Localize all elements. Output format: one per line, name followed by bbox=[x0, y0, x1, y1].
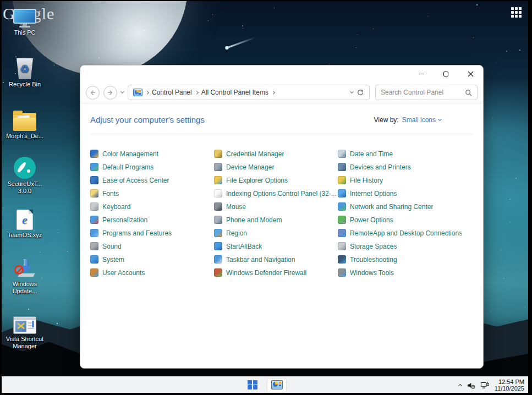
control-panel-item[interactable]: Phone and Modem bbox=[214, 216, 338, 224]
page-title: Adjust your computer's settings bbox=[90, 115, 205, 124]
history-dropdown-icon[interactable] bbox=[120, 90, 124, 94]
control-panel-item[interactable]: Indexing Options Control Panel (32-... bbox=[214, 189, 338, 198]
this-pc-icon bbox=[13, 9, 36, 28]
control-panel-item[interactable]: Devices and Printers bbox=[338, 163, 462, 171]
personalization-icon bbox=[90, 216, 98, 224]
desktop-icon-morphs-folder[interactable]: Morph's_De... bbox=[4, 108, 46, 140]
address-dropdown-icon[interactable] bbox=[350, 90, 354, 94]
control-panel-item[interactable]: Date and Time bbox=[338, 150, 462, 158]
tray-overflow-chevron-icon[interactable] bbox=[458, 384, 462, 388]
storage-spaces-icon bbox=[338, 242, 346, 250]
taskbar-control-panel-button[interactable] bbox=[267, 378, 287, 392]
refresh-icon[interactable] bbox=[357, 89, 364, 96]
desktop-icon-secureuxtheme[interactable]: SecureUxT... 3.0.0 bbox=[4, 156, 46, 195]
taskbar-navigation-icon bbox=[214, 255, 222, 264]
control-panel-item[interactable]: Ease of Access Center bbox=[90, 176, 214, 184]
volume-muted-icon[interactable] bbox=[467, 381, 475, 389]
control-panel-item[interactable]: Device Manager bbox=[214, 163, 338, 171]
desktop-icon-label2: Update... bbox=[4, 288, 46, 295]
address-bar[interactable]: Control Panel All Control Panel Items bbox=[128, 85, 370, 100]
mouse-icon bbox=[214, 202, 222, 211]
desktop-icon-this-pc[interactable]: This PC bbox=[4, 4, 46, 36]
control-panel-icon bbox=[133, 89, 142, 96]
control-panel-item[interactable]: Keyboard bbox=[90, 202, 214, 211]
view-by-dropdown[interactable]: Small icons bbox=[402, 116, 441, 124]
control-panel-item-label: Storage Spaces bbox=[350, 243, 397, 250]
control-panel-item-label: Indexing Options Control Panel (32-... bbox=[226, 190, 337, 198]
back-button[interactable] bbox=[86, 86, 100, 100]
control-panel-item-label: Personalization bbox=[102, 216, 147, 224]
control-panel-item[interactable]: User Accounts bbox=[90, 268, 214, 277]
control-panel-item[interactable]: Default Programs bbox=[90, 163, 214, 171]
windows-logo-icon bbox=[248, 380, 257, 390]
control-panel-item-label: Taskbar and Navigation bbox=[226, 256, 295, 264]
control-panel-item[interactable]: Network and Sharing Center bbox=[338, 202, 462, 211]
devices-printers-icon bbox=[338, 163, 346, 171]
control-panel-item-label: Power Options bbox=[350, 216, 393, 224]
control-panel-item[interactable]: Troubleshooting bbox=[338, 255, 462, 264]
desktop-icon-label: Morph's_De... bbox=[4, 133, 46, 140]
close-button[interactable] bbox=[458, 65, 483, 82]
control-panel-item[interactable]: System bbox=[90, 255, 214, 264]
control-panel-item-label: StartAllBack bbox=[226, 243, 262, 250]
control-panel-item[interactable]: Windows Defender Firewall bbox=[214, 268, 338, 277]
taskbar-clock[interactable]: 12:54 PM 11/10/2025 bbox=[495, 378, 524, 392]
control-panel-item[interactable]: Region bbox=[214, 229, 338, 237]
window-titlebar[interactable] bbox=[80, 65, 483, 82]
control-panel-item-label: System bbox=[102, 256, 124, 264]
maximize-button[interactable] bbox=[434, 65, 458, 82]
control-panel-item-label: Keyboard bbox=[102, 203, 130, 211]
fonts-icon bbox=[90, 189, 98, 198]
breadcrumb-all-items[interactable]: All Control Panel Items bbox=[201, 89, 268, 96]
desktop-icon-label: SecureUxT... bbox=[4, 180, 46, 188]
control-panel-item[interactable]: Programs and Features bbox=[90, 229, 214, 237]
search-input[interactable]: Search Control Panel bbox=[375, 85, 478, 100]
control-panel-item[interactable]: File Explorer Options bbox=[214, 176, 338, 184]
control-panel-item[interactable]: Fonts bbox=[90, 189, 214, 198]
control-panel-item[interactable]: Mouse bbox=[214, 202, 338, 211]
desktop-icon-label: Windows bbox=[4, 281, 46, 288]
desktop-icon-windows-update-blocker[interactable]: Windows Update... bbox=[4, 256, 46, 295]
control-panel-item[interactable]: StartAllBack bbox=[214, 242, 338, 250]
folder-icon bbox=[13, 113, 36, 131]
desktop-icon-vista-shortcut-manager[interactable]: Vista Shortcut Manager bbox=[4, 311, 46, 350]
defender-firewall-icon bbox=[214, 268, 222, 277]
power-options-icon bbox=[338, 216, 346, 224]
control-panel-item[interactable]: File History bbox=[338, 176, 462, 184]
network-ethernet-icon[interactable] bbox=[480, 381, 490, 389]
control-panel-item[interactable]: Storage Spaces bbox=[338, 242, 462, 250]
control-panel-item[interactable]: Internet Options bbox=[338, 189, 462, 198]
programs-features-icon bbox=[90, 229, 98, 237]
clock-date: 11/10/2025 bbox=[495, 385, 524, 392]
remoteapp-icon bbox=[338, 229, 346, 237]
desktop-icon-label: Vista Shortcut bbox=[4, 336, 46, 343]
start-button[interactable] bbox=[243, 378, 262, 392]
control-panel-item[interactable]: Color Management bbox=[90, 150, 214, 158]
control-panel-item[interactable]: Sound bbox=[90, 242, 214, 250]
forward-button[interactable] bbox=[103, 86, 117, 100]
control-panel-item[interactable]: Windows Tools bbox=[338, 268, 462, 277]
recycle-bin-icon: ♻ bbox=[15, 58, 34, 79]
desktop-icon-label: This PC bbox=[4, 29, 46, 36]
control-panel-item[interactable]: Taskbar and Navigation bbox=[214, 255, 338, 264]
desktop-icon-teamos-link[interactable]: e TeamOS.xyz bbox=[4, 207, 46, 239]
control-panel-item[interactable]: Personalization bbox=[90, 216, 214, 224]
window-content: Adjust your computer's settings View by:… bbox=[80, 103, 483, 277]
control-panel-item[interactable]: Power Options bbox=[338, 216, 462, 224]
blocked-update-icon bbox=[14, 258, 35, 279]
desktop: Google This PC ♻ Recycle Bin Morph's_De.… bbox=[2, 1, 528, 393]
desktop-icon-recycle-bin[interactable]: ♻ Recycle Bin bbox=[4, 56, 46, 88]
control-panel-item[interactable]: Credential Manager bbox=[214, 150, 338, 158]
breadcrumb-control-panel[interactable]: Control Panel bbox=[152, 89, 192, 96]
device-manager-icon bbox=[214, 163, 222, 171]
windows-tools-icon bbox=[338, 268, 346, 277]
control-panel-item-label: Phone and Modem bbox=[226, 216, 282, 224]
minimize-button[interactable] bbox=[409, 65, 434, 82]
troubleshooting-icon bbox=[338, 255, 346, 264]
file-explorer-options-icon bbox=[214, 176, 222, 184]
control-panel-item[interactable]: RemoteApp and Desktop Connections bbox=[338, 229, 462, 237]
divider bbox=[90, 134, 473, 134]
breadcrumb-chevron-icon bbox=[145, 90, 149, 94]
maximize-icon bbox=[443, 72, 448, 76]
system-icon bbox=[90, 255, 98, 264]
